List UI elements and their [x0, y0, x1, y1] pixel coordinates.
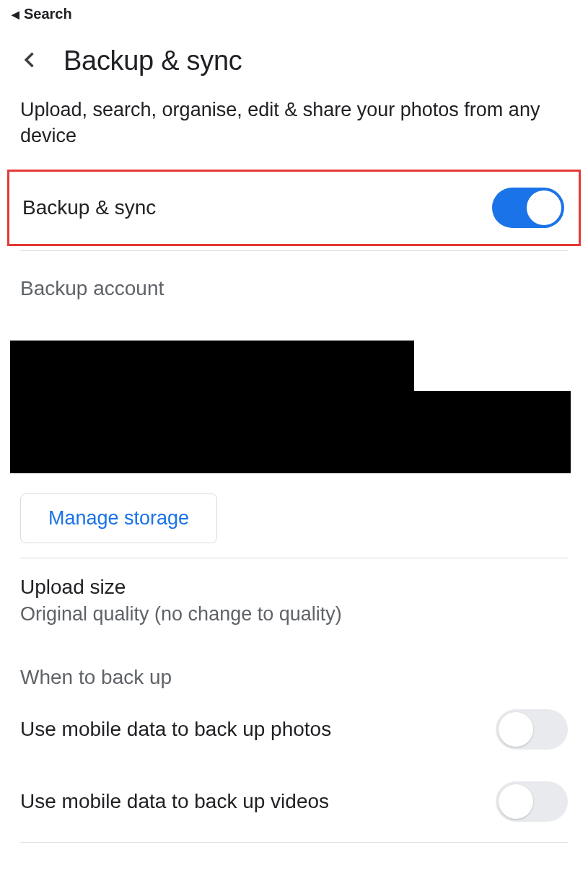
backup-sync-toggle-row: Backup & sync [7, 170, 581, 246]
upload-size-title: Upload size [20, 576, 568, 599]
upload-size-setting[interactable]: Upload size Original quality (no change … [0, 558, 588, 626]
when-to-backup-header: When to back up [0, 626, 588, 689]
upload-size-subtitle: Original quality (no change to quality) [20, 603, 568, 626]
backup-sync-toggle[interactable] [492, 188, 564, 228]
breadcrumb-label: Search [24, 6, 72, 22]
mobile-data-videos-row: Use mobile data to back up videos [0, 750, 588, 822]
back-triangle-icon: ◀ [12, 9, 19, 20]
manage-storage-button[interactable]: Manage storage [20, 493, 217, 543]
back-icon[interactable] [20, 50, 40, 73]
toggle-knob [527, 190, 561, 225]
redacted-account-info [0, 341, 588, 473]
mobile-data-videos-label: Use mobile data to back up videos [20, 790, 329, 813]
toggle-knob [499, 712, 533, 747]
mobile-data-photos-toggle[interactable] [496, 709, 568, 750]
mobile-data-photos-row: Use mobile data to back up photos [0, 689, 588, 750]
breadcrumb-search[interactable]: ◀ Search [0, 0, 588, 28]
backup-sync-label: Backup & sync [22, 196, 156, 219]
toggle-knob [499, 784, 533, 819]
page-header: Backup & sync [0, 28, 588, 97]
mobile-data-photos-label: Use mobile data to back up photos [20, 718, 331, 741]
backup-account-header: Backup account [0, 251, 588, 300]
page-title: Backup & sync [63, 45, 242, 76]
mobile-data-videos-toggle[interactable] [496, 781, 568, 822]
page-description: Upload, search, organise, edit & share y… [0, 97, 588, 170]
